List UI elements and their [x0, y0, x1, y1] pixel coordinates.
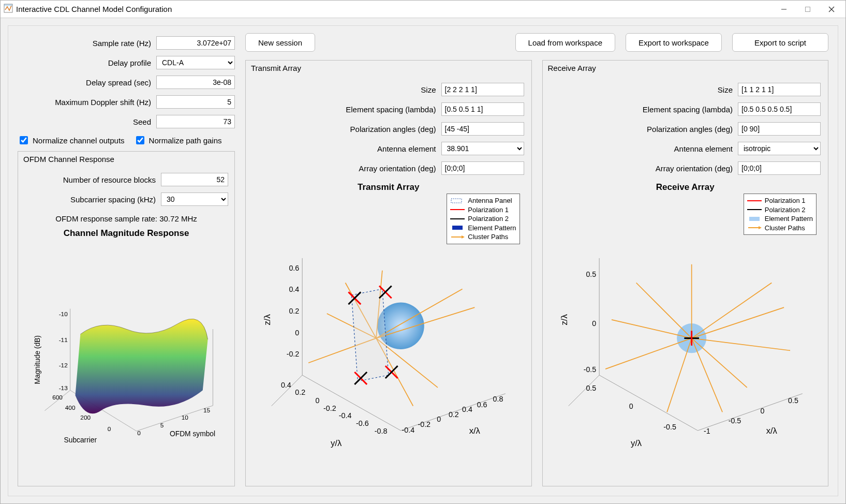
close-button[interactable] — [820, 2, 843, 17]
svg-text:-0.5: -0.5 — [663, 423, 676, 431]
transmit-array-title: Transmit Array — [246, 61, 531, 76]
svg-text:0.6: 0.6 — [289, 264, 299, 272]
tx-size-label: Size — [253, 85, 441, 94]
ofdm-rate-line: OFDM response sample rate: 30.72 MHz — [24, 214, 228, 223]
svg-text:-0.6: -0.6 — [356, 419, 369, 427]
svg-text:0: 0 — [760, 407, 764, 415]
rx-polang-input[interactable] — [738, 122, 821, 136]
svg-text:0.2: 0.2 — [289, 307, 299, 315]
svg-text:-0.5: -0.5 — [583, 365, 596, 374]
svg-line-71 — [691, 338, 722, 412]
normalize-outputs-checkbox[interactable]: Normalize channel outputs — [18, 135, 125, 146]
svg-line-66 — [691, 307, 783, 338]
svg-text:0.4: 0.4 — [281, 381, 291, 389]
rx-spacing-label: Element spacing (lambda) — [550, 105, 738, 114]
delay-profile-select[interactable]: CDL-A — [156, 56, 235, 69]
svg-text:0: 0 — [137, 429, 141, 437]
svg-text:600: 600 — [52, 394, 63, 401]
svg-text:z/λ: z/λ — [559, 314, 569, 325]
rx-antelem-label: Antenna element — [550, 144, 738, 153]
rx-plot-title: Receive Array — [550, 182, 821, 192]
tx-antelem-label: Antenna element — [253, 144, 441, 153]
load-workspace-button[interactable]: Load from workspace — [515, 33, 615, 52]
sample-rate-input[interactable] — [156, 36, 235, 50]
tx-spacing-label: Element spacing (lambda) — [253, 105, 441, 114]
svg-text:0: 0 — [629, 402, 633, 410]
channel-magnitude-plot[interactable]: Channel Magnitude Response — [24, 228, 228, 481]
rx-antelem-select[interactable]: isotropic — [738, 142, 821, 155]
svg-text:0.8: 0.8 — [493, 395, 503, 403]
svg-text:-12: -12 — [59, 362, 68, 369]
tx-antelem-select[interactable]: 38.901 — [441, 142, 524, 155]
receive-array-plot[interactable]: Receive Array — [550, 182, 821, 486]
export-workspace-button[interactable]: Export to workspace — [626, 33, 722, 52]
rx-spacing-input[interactable] — [738, 102, 821, 116]
rx-orient-input[interactable] — [738, 161, 821, 175]
window-title: Interactive CDL Channel Model Configurat… — [16, 5, 172, 13]
svg-text:15: 15 — [203, 407, 211, 414]
svg-rect-61 — [451, 199, 462, 203]
svg-line-70 — [611, 320, 691, 338]
svg-text:x/λ: x/λ — [766, 426, 777, 436]
titlebar: Interactive CDL Channel Model Configurat… — [1, 1, 845, 18]
svg-text:-0.8: -0.8 — [375, 427, 388, 435]
svg-text:0.6: 0.6 — [477, 401, 487, 409]
sample-rate-label: Sample rate (Hz) — [18, 39, 156, 48]
minimize-button[interactable] — [772, 2, 796, 17]
rx-polang-label: Polarization angles (deg) — [550, 125, 738, 134]
svg-text:5: 5 — [160, 422, 164, 429]
svg-text:0: 0 — [592, 319, 596, 328]
export-script-button[interactable]: Export to script — [732, 33, 828, 52]
receive-array-title: Receive Array — [543, 61, 828, 76]
scs-select[interactable]: 30 — [161, 192, 228, 206]
delay-profile-label: Delay profile — [18, 58, 156, 67]
svg-text:OFDM symbol: OFDM symbol — [170, 430, 215, 438]
delay-spread-label: Delay spread (sec) — [18, 78, 156, 87]
rx-legend: Polarization 1 Polarization 2 Element Pa… — [744, 194, 817, 235]
tx-size-input[interactable] — [441, 83, 524, 96]
normalize-pathgains-checkbox[interactable]: Normalize path gains — [134, 135, 222, 146]
delay-spread-input[interactable] — [156, 76, 235, 89]
svg-marker-30 — [351, 289, 388, 381]
tx-polang-input[interactable] — [441, 122, 524, 136]
max-doppler-input[interactable] — [156, 95, 235, 109]
svg-text:-0.2: -0.2 — [323, 404, 336, 412]
svg-text:0.2: 0.2 — [295, 388, 305, 396]
nrb-input[interactable] — [161, 173, 228, 186]
svg-rect-1 — [4, 4, 12, 6]
svg-text:0.4: 0.4 — [462, 405, 472, 413]
transmit-array-panel: Transmit Array Size Element spacing (lam… — [245, 60, 532, 486]
transmit-array-plot[interactable]: Transmit Array — [253, 182, 524, 486]
app-icon — [4, 4, 13, 14]
svg-text:z/λ: z/λ — [262, 314, 272, 325]
svg-text:0: 0 — [316, 396, 320, 405]
svg-line-68 — [691, 338, 747, 388]
tx-legend: Antenna Panel Polarization 1 Polarizatio… — [447, 194, 520, 244]
rx-size-input[interactable] — [738, 83, 821, 96]
svg-text:x/λ: x/λ — [469, 426, 481, 436]
maximize-button[interactable] — [796, 2, 820, 17]
svg-text:0.2: 0.2 — [449, 410, 459, 419]
svg-text:-0.5: -0.5 — [728, 417, 741, 425]
svg-text:0: 0 — [108, 425, 111, 433]
new-session-button[interactable]: New session — [245, 33, 315, 52]
channel-magnitude-title: Channel Magnitude Response — [24, 228, 228, 239]
svg-text:0.5: 0.5 — [586, 270, 596, 278]
tx-orient-input[interactable] — [441, 161, 524, 175]
seed-input[interactable] — [156, 115, 235, 128]
svg-text:-0.4: -0.4 — [402, 426, 415, 434]
svg-text:10: 10 — [182, 414, 189, 421]
svg-line-67 — [691, 283, 771, 338]
svg-line-72 — [605, 338, 692, 369]
svg-text:-10: -10 — [59, 310, 68, 318]
svg-line-75 — [691, 338, 790, 351]
svg-text:-0.4: -0.4 — [339, 411, 352, 420]
svg-text:0.5: 0.5 — [586, 384, 596, 392]
tx-spacing-input[interactable] — [441, 102, 524, 116]
receive-array-panel: Receive Array Size Element spacing (lamb… — [542, 60, 829, 486]
svg-text:-13: -13 — [59, 384, 68, 392]
tx-orient-label: Array orientation (deg) — [253, 164, 441, 173]
svg-rect-3 — [806, 7, 810, 11]
seed-label: Seed — [18, 117, 156, 126]
svg-text:-11: -11 — [59, 336, 68, 344]
